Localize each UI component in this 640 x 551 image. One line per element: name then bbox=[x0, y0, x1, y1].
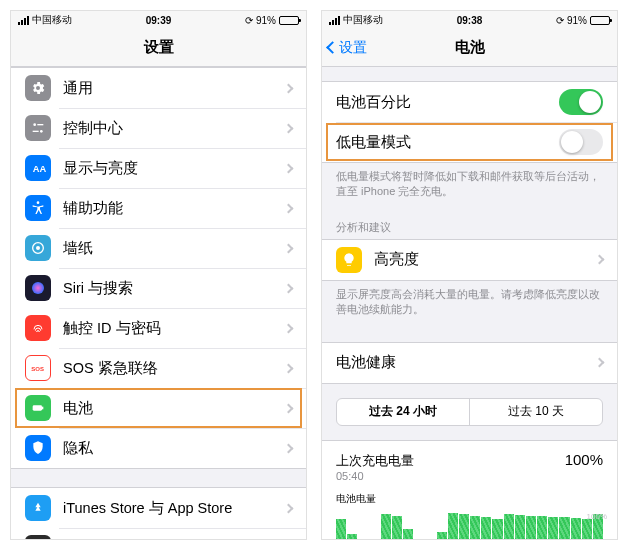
status-time: 09:38 bbox=[457, 15, 483, 26]
chevron-right-icon bbox=[284, 283, 294, 293]
status-time: 09:39 bbox=[146, 15, 172, 26]
back-button[interactable]: 设置 bbox=[328, 39, 367, 57]
battery-screen: 中国移动 09:38 ⟳91% 设置 电池 电池百分比 低电量模式 低电量模式将… bbox=[321, 10, 618, 540]
settings-row-siri[interactable]: Siri 与搜索 bbox=[11, 268, 306, 308]
svg-point-7 bbox=[36, 246, 40, 250]
chevron-right-icon bbox=[284, 243, 294, 253]
page-title: 设置 bbox=[144, 38, 174, 57]
general-icon bbox=[25, 75, 51, 101]
page-title: 电池 bbox=[455, 38, 485, 57]
nav-bar: 设置 bbox=[11, 29, 306, 67]
lpm-description: 低电量模式将暂时降低如下载和邮件获取等后台活动，直至 iPhone 完全充电。 bbox=[322, 163, 617, 206]
section-header: 分析和建议 bbox=[322, 206, 617, 239]
suggestion-description: 显示屏亮度高会消耗大量的电量。请考虑降低亮度以改善电池续航能力。 bbox=[322, 281, 617, 324]
suggestion-brightness[interactable]: 高亮度 bbox=[322, 240, 617, 280]
svg-point-8 bbox=[32, 282, 44, 294]
segment-24h[interactable]: 过去 24 小时 bbox=[337, 399, 469, 425]
time-range-segment[interactable]: 过去 24 小时 过去 10 天 bbox=[336, 398, 603, 426]
settings-row-sos[interactable]: SOSSOS 紧急联络 bbox=[11, 348, 306, 388]
chevron-right-icon bbox=[595, 255, 605, 265]
last-charge-time: 05:40 bbox=[336, 470, 414, 482]
last-charge-label: 上次充电电量 bbox=[336, 452, 414, 470]
sos-icon: SOS bbox=[25, 355, 51, 381]
battery-icon bbox=[590, 16, 610, 25]
privacy-icon bbox=[25, 435, 51, 461]
signal-icon bbox=[18, 16, 29, 25]
battery-chart-section: 上次充电电量 05:40 100% 电池电量 100%50% bbox=[322, 440, 617, 539]
chevron-right-icon bbox=[284, 503, 294, 513]
chevron-right-icon bbox=[595, 358, 605, 368]
accessibility-icon bbox=[25, 195, 51, 221]
chevron-right-icon bbox=[284, 323, 294, 333]
settings-row-wallpaper[interactable]: 墙纸 bbox=[11, 228, 306, 268]
battery-icon bbox=[25, 395, 51, 421]
status-bar: 中国移动 09:39 ⟳91% bbox=[11, 11, 306, 29]
svg-rect-3 bbox=[33, 131, 39, 132]
battery-level-chart: 100%50% bbox=[336, 512, 603, 539]
brightness-icon bbox=[336, 247, 362, 273]
display-icon: AA bbox=[25, 155, 51, 181]
chart-title: 电池电量 bbox=[336, 492, 603, 506]
chevron-left-icon bbox=[326, 41, 339, 54]
last-charge-pct: 100% bbox=[565, 451, 603, 468]
svg-rect-11 bbox=[42, 407, 43, 410]
settings-row-privacy[interactable]: 隐私 bbox=[11, 428, 306, 468]
status-bar: 中国移动 09:38 ⟳91% bbox=[322, 11, 617, 29]
chevron-right-icon bbox=[284, 163, 294, 173]
chevron-right-icon bbox=[284, 443, 294, 453]
chevron-right-icon bbox=[284, 363, 294, 373]
settings-row-display[interactable]: AA显示与亮度 bbox=[11, 148, 306, 188]
settings-row-control-center[interactable]: 控制中心 bbox=[11, 108, 306, 148]
chevron-right-icon bbox=[284, 403, 294, 413]
svg-text:SOS: SOS bbox=[31, 366, 44, 372]
battery-health-row[interactable]: 电池健康 bbox=[322, 343, 617, 383]
low-power-toggle[interactable] bbox=[559, 129, 603, 155]
chevron-right-icon bbox=[284, 123, 294, 133]
wallpaper-icon bbox=[25, 235, 51, 261]
settings-row-accessibility[interactable]: 辅助功能 bbox=[11, 188, 306, 228]
nav-bar: 设置 电池 bbox=[322, 29, 617, 67]
settings-screen: 中国移动 09:39 ⟳91% 设置 通用控制中心AA显示与亮度辅助功能墙纸Si… bbox=[10, 10, 307, 540]
svg-point-2 bbox=[40, 130, 43, 133]
battery-icon bbox=[279, 16, 299, 25]
settings-row-wallet[interactable]: 钱包与 Apple Pay bbox=[11, 528, 306, 539]
segment-10d[interactable]: 过去 10 天 bbox=[469, 399, 602, 425]
appstore-icon bbox=[25, 495, 51, 521]
settings-row-battery[interactable]: 电池 bbox=[11, 388, 306, 428]
settings-row-general[interactable]: 通用 bbox=[11, 68, 306, 108]
battery-percentage-row[interactable]: 电池百分比 bbox=[322, 82, 617, 122]
settings-row-appstore[interactable]: iTunes Store 与 App Store bbox=[11, 488, 306, 528]
settings-row-touchid[interactable]: 触控 ID 与密码 bbox=[11, 308, 306, 348]
svg-text:AA: AA bbox=[33, 164, 46, 174]
siri-icon bbox=[25, 275, 51, 301]
touchid-icon bbox=[25, 315, 51, 341]
control-center-icon bbox=[25, 115, 51, 141]
low-power-mode-row[interactable]: 低电量模式 bbox=[322, 122, 617, 162]
battery-pct-toggle[interactable] bbox=[559, 89, 603, 115]
signal-icon bbox=[329, 16, 340, 25]
svg-rect-1 bbox=[37, 124, 43, 125]
svg-point-5 bbox=[37, 201, 40, 204]
svg-point-0 bbox=[33, 123, 36, 126]
wallet-icon bbox=[25, 535, 51, 539]
svg-rect-10 bbox=[33, 405, 42, 410]
chevron-right-icon bbox=[284, 203, 294, 213]
chevron-right-icon bbox=[284, 83, 294, 93]
